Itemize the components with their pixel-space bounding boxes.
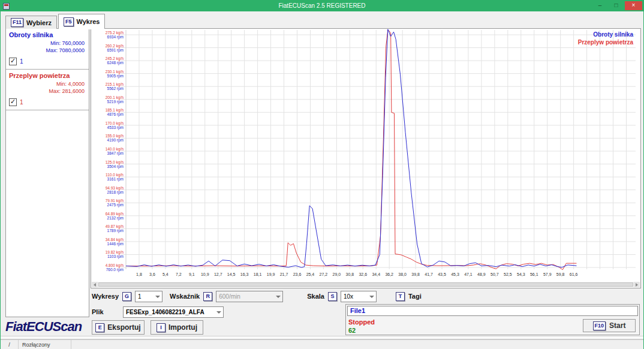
series-group-rpm: Obroty silnika Min: 760,0000 Max: 7080,0… [6, 29, 89, 70]
svg-text:9,1: 9,1 [189, 272, 195, 276]
svg-text:59,8: 59,8 [556, 272, 565, 276]
svg-text:3504 rpm: 3504 rpm [107, 164, 124, 169]
scroll-left-arrow-icon[interactable] [92, 282, 98, 287]
export-import-row: E Eksportuj I Importuj [92, 320, 203, 335]
g-keycap[interactable]: G [122, 292, 131, 301]
series-rpm-checkbox[interactable] [9, 58, 17, 65]
window-title: FiatECUScan 2.5 REGISTERED [1, 1, 643, 11]
chart-legend: Obroty silnikaPrzeplyw powietrza [578, 31, 633, 46]
tab-wykres[interactable]: F5 Wykres [58, 14, 105, 29]
tab-wybierz-label: Wybierz [26, 19, 52, 26]
series-group-airflow: Przeplyw powietrza Min: 4,0000 Max: 281,… [6, 70, 89, 110]
svg-text:34,4: 34,4 [372, 272, 380, 276]
eksportuj-button[interactable]: E Eksportuj [92, 320, 145, 335]
svg-text:5219 rpm: 5219 rpm [107, 100, 124, 104]
svg-text:41,7: 41,7 [425, 272, 433, 276]
connection-status: Rozłączony [19, 340, 71, 349]
maximize-button[interactable]: □ [609, 1, 624, 10]
svg-text:2818 rpm: 2818 rpm [107, 190, 124, 195]
minimize-button[interactable]: – [592, 1, 607, 10]
svg-text:61,6: 61,6 [570, 272, 578, 276]
svg-text:30,8: 30,8 [346, 272, 354, 276]
series-rpm-checkbox-label: 1 [20, 58, 23, 65]
wskaznik-label: Wskaźnik [170, 293, 200, 300]
svg-text:36,2: 36,2 [385, 272, 393, 276]
sidebar: Obroty silnika Min: 760,0000 Max: 7080,0… [5, 28, 89, 317]
chevron-down-icon [276, 296, 281, 300]
series-airflow-max: Max: 281,6000 [9, 88, 85, 95]
chevron-down-icon [155, 296, 160, 300]
wykresy-label: Wykresy [92, 293, 119, 300]
tab-wykres-label: Wykres [77, 18, 100, 25]
wskaznik-select-value: 600/min [219, 293, 240, 300]
svg-text:54,3: 54,3 [517, 272, 525, 276]
svg-text:47,1: 47,1 [464, 272, 473, 276]
chart-svg: 1,83,65,47,29,110,912,714,516,318,119,92… [91, 29, 639, 281]
t-keycap[interactable]: T [396, 292, 405, 301]
svg-text:3,6: 3,6 [149, 272, 155, 276]
svg-text:27,2: 27,2 [320, 272, 328, 276]
recording-status-box: File1 Stopped 62 F10 Start [345, 304, 640, 335]
tab-bar: F11 Wybierz F5 Wykres [5, 14, 106, 29]
svg-text:1446 rpm: 1446 rpm [107, 242, 124, 246]
chart-horizontal-scrollbar[interactable] [92, 282, 640, 287]
wykresy-select[interactable]: 1 [135, 291, 162, 302]
file-name-input[interactable]: File1 [347, 306, 638, 316]
plik-select-value: FESExp_1406082219_ALFA [126, 309, 204, 315]
svg-text:18,1: 18,1 [254, 272, 262, 276]
importuj-button-label: Importuj [168, 323, 197, 332]
svg-text:29,0: 29,0 [333, 272, 341, 276]
svg-text:50,7: 50,7 [490, 272, 499, 276]
svg-text:38,0: 38,0 [398, 272, 407, 276]
svg-text:57,9: 57,9 [543, 272, 552, 276]
close-button[interactable]: × [625, 1, 642, 10]
series-airflow-checkbox[interactable] [9, 98, 17, 106]
skala-select[interactable]: 10x [341, 291, 377, 302]
svg-text:12,7: 12,7 [214, 272, 222, 276]
legend-entry: Obroty silnika [578, 31, 633, 38]
app-window: FiatECUScan 2.5 REGISTERED – □ × F11 Wyb… [0, 0, 644, 349]
svg-text:4533 rpm: 4533 rpm [107, 125, 124, 130]
skala-label: Skala [307, 293, 324, 300]
chevron-down-icon [369, 296, 374, 300]
importuj-button[interactable]: I Importuj [151, 320, 203, 335]
svg-text:2132 rpm: 2132 rpm [107, 216, 124, 221]
svg-text:39,8: 39,8 [411, 272, 420, 276]
svg-text:19,9: 19,9 [267, 272, 275, 276]
svg-text:6591 rpm: 6591 rpm [107, 48, 124, 53]
s-keycap[interactable]: S [328, 292, 337, 301]
start-button[interactable]: F10 Start [583, 319, 636, 332]
f5-keycap: F5 [64, 17, 74, 26]
series-rpm-max: Max: 7080,0000 [9, 47, 85, 54]
svg-text:52,5: 52,5 [504, 272, 512, 276]
wskaznik-select: 600/min [216, 291, 283, 302]
plik-select[interactable]: FESExp_1406082219_ALFA [123, 306, 224, 318]
series-rpm-min: Min: 760,0000 [9, 40, 85, 47]
svg-text:6248 rpm: 6248 rpm [107, 61, 124, 65]
scroll-right-arrow-icon[interactable] [634, 282, 640, 287]
svg-text:4876 rpm: 4876 rpm [107, 112, 124, 117]
svg-text:43,5: 43,5 [438, 272, 446, 276]
tagi-label: Tagi [408, 293, 422, 300]
svg-text:1103 rpm: 1103 rpm [107, 254, 124, 259]
svg-text:5562 rpm: 5562 rpm [107, 86, 124, 91]
svg-text:10,9: 10,9 [201, 272, 209, 276]
svg-text:32,6: 32,6 [359, 272, 367, 276]
series-airflow-title: Przeplyw powietrza [9, 72, 86, 79]
e-keycap: E [95, 323, 104, 332]
eksportuj-button-label: Eksportuj [107, 323, 140, 332]
status-cell-slash: / [1, 340, 19, 349]
r-keycap[interactable]: R [203, 292, 212, 301]
skala-select-value: 10x [344, 293, 353, 300]
svg-text:4190 rpm: 4190 rpm [107, 138, 124, 143]
svg-text:21,7: 21,7 [280, 272, 288, 276]
svg-text:1789 rpm: 1789 rpm [107, 228, 124, 233]
chevron-down-icon [216, 311, 221, 316]
f11-keycap: F11 [11, 18, 23, 27]
series-rpm-title: Obroty silnika [9, 31, 86, 38]
svg-text:3161 rpm: 3161 rpm [107, 177, 124, 182]
svg-text:14,5: 14,5 [227, 272, 236, 276]
tab-wybierz[interactable]: F11 Wybierz [5, 16, 57, 29]
svg-text:5905 rpm: 5905 rpm [107, 74, 124, 79]
scrollbar-thumb[interactable] [98, 282, 633, 287]
